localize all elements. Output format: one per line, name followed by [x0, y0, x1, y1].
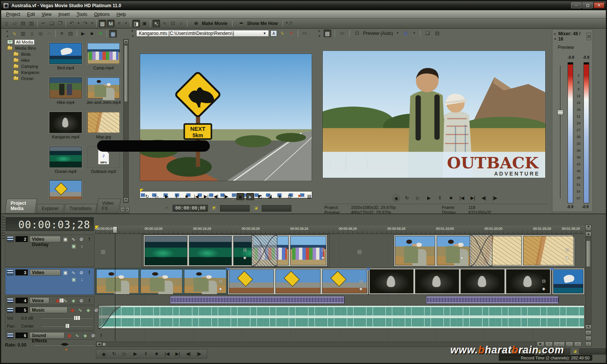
timeline-sel-end-field[interactable] [579, 348, 606, 355]
timeline-go-end-button[interactable]: ▶| [174, 350, 182, 358]
menu-tools[interactable]: Tools [73, 11, 91, 18]
trimmer-monitor-button[interactable]: ▭ [301, 30, 308, 37]
media-item-map[interactable]: Map.jpg [86, 112, 121, 139]
event-fx-button[interactable]: ◈ [321, 255, 324, 260]
media-item-bird[interactable]: Bird.mp4 [48, 43, 83, 70]
split-button[interactable]: ◨ [132, 20, 140, 27]
preview-loop-button[interactable]: ↻ [403, 195, 411, 202]
tab-transitions[interactable]: Transitions [64, 204, 97, 213]
event-pan-crop-button[interactable]: ⊡ [243, 248, 247, 253]
trimmer-pause-button[interactable]: ‖ [173, 193, 181, 200]
media-stop-button[interactable]: ■ [88, 30, 96, 38]
timeline-ruler[interactable]: 00:00:00;00 00:00:10;00 00:00:19;29 00:0… [95, 226, 585, 234]
media-item-jen-and-john[interactable]: Jen and John.mp4 [86, 77, 121, 105]
track-name-field[interactable]: Sound Effects [30, 332, 64, 339]
event-pan-crop-button[interactable]: ⊡ [219, 279, 222, 284]
track-fx-icon[interactable]: ◈ [82, 333, 88, 338]
hzoom-out-icon[interactable]: − [566, 342, 573, 347]
track-io-icon[interactable]: ∿ [77, 308, 83, 313]
trimmer-collapse-icon[interactable]: ◂ [132, 34, 134, 38]
mute-icon[interactable]: ⊘ [78, 270, 85, 275]
preview-next-frame-button[interactable]: |▶ [491, 195, 499, 202]
trimmer-go-start-button[interactable]: |◀ [192, 193, 200, 200]
media-item-kangaroo-sign[interactable] [48, 180, 83, 199]
menu-options[interactable]: Options [91, 11, 113, 18]
snapping-toggle[interactable]: ▨ [99, 20, 106, 27]
track-header-voice[interactable]: 4 Voice ◉ ∿ ◈ ⊘ ! [5, 296, 94, 305]
trimmer-loop-button[interactable]: ↻ [143, 193, 151, 200]
preview-mode-caret[interactable]: ▾ [395, 30, 400, 37]
clip-bird[interactable] [552, 268, 585, 295]
preview-go-end-button[interactable]: ▶| [469, 195, 477, 202]
trimmer-add-to-timeline-button[interactable]: ▣ [236, 193, 244, 200]
vzoom-out-icon[interactable]: − [585, 336, 591, 341]
trimmer-display-mode-button[interactable]: A [270, 30, 277, 36]
event-pan-crop-button[interactable]: ⊡ [542, 279, 546, 284]
clip-kangaroo-sign[interactable] [228, 268, 368, 295]
cut-button[interactable]: ✂ [39, 20, 47, 27]
tab-explorer[interactable]: Explorer [36, 204, 64, 213]
trimmer-auto-preview-button[interactable]: ϟ [278, 30, 286, 37]
clip-voice-2[interactable] [426, 296, 559, 304]
close-button[interactable]: ✕ [594, 2, 604, 8]
trimmer-file-dropdown[interactable]: Kangaroo.mts [C:\Users\mb\Desktop\Render… [136, 30, 269, 37]
preview-pause-button[interactable]: ‖ [436, 195, 444, 202]
insert-track-button[interactable]: ≡ [115, 20, 123, 27]
event-fx-button[interactable]: ◈ [542, 286, 545, 291]
pan-slider[interactable] [65, 323, 70, 328]
menu-insert[interactable]: Insert [55, 11, 73, 18]
preview-fader-handle[interactable] [557, 110, 563, 115]
track-fx-icon[interactable]: ◈ [70, 298, 77, 303]
track-header-video-overlay[interactable]: 2 Video Overlay ▣ ∿ ⊘ ! ▣ ↓ [5, 234, 94, 267]
preview-prev-frame-button[interactable]: ◀| [480, 195, 488, 202]
menu-edit[interactable]: Edit [24, 11, 38, 18]
redo-dropdown[interactable]: ▾ [90, 20, 94, 27]
preview-record-button[interactable]: ◉ [393, 195, 400, 202]
track-fx-icon[interactable]: ◈ [85, 308, 91, 313]
copy-button[interactable]: ❏ [48, 20, 55, 27]
normal-edit-tool[interactable]: ↖ [153, 20, 160, 27]
track-io-icon[interactable]: ∿ [74, 333, 80, 338]
get-media-web-button[interactable]: ◌ [46, 30, 53, 38]
track-grip-icon[interactable] [7, 270, 14, 276]
track-expand-icon[interactable]: ↓ [79, 243, 85, 249]
tree-item-birds[interactable]: Birds [4, 51, 47, 57]
timeline-grip[interactable] [2, 217, 5, 239]
clip-music[interactable] [98, 305, 585, 329]
timeline-next-frame-button[interactable]: |▶ [195, 350, 203, 358]
track-name-field[interactable]: Video Overlay [30, 236, 61, 242]
preview-overlays-caret[interactable]: ▾ [412, 30, 417, 37]
tab-project-media[interactable]: Project Media [5, 199, 37, 213]
auto-ripple-toggle[interactable]: M [107, 20, 115, 27]
project-properties-button[interactable]: ▥ [28, 20, 35, 27]
playhead-handle[interactable] [113, 226, 117, 233]
trimmer-stop-button[interactable]: ■ [182, 193, 190, 200]
tree-item-ocean[interactable]: Ocean [4, 75, 47, 81]
timeline-play-start-button[interactable]: ▷ [121, 350, 129, 358]
record-arm-icon[interactable]: ◉ [69, 308, 75, 313]
remove-media-button[interactable]: ✕ [58, 30, 66, 38]
media-item-kangaroo[interactable]: Kangaroo.mp4 [48, 112, 83, 139]
preview-project-properties-button[interactable]: ▤ [324, 30, 331, 37]
import-media-button[interactable]: ▥ [19, 30, 27, 38]
media-close-icon[interactable]: ✕ [6, 30, 9, 33]
media-item-hike[interactable]: Hike.mp4 [48, 77, 83, 105]
tree-item-hike[interactable]: Hike [4, 57, 47, 63]
trimmer-region-a-button[interactable]: ⊡ [286, 193, 294, 200]
timeline-prev-frame-button[interactable]: ◀| [184, 350, 192, 358]
lock-button[interactable]: ▣ [141, 20, 148, 27]
clip-voice-1[interactable] [170, 296, 344, 304]
new-project-button[interactable]: ▯ [3, 20, 10, 27]
tree-item-media-bins[interactable]: Media Bins [4, 45, 47, 51]
clip-hike[interactable] [394, 235, 478, 267]
selection-edit-tool[interactable]: ⊡ [169, 20, 177, 27]
undo-dropdown[interactable]: ▾ [76, 20, 81, 27]
minimize-button[interactable]: ─ [571, 2, 582, 8]
undo-button[interactable]: ↶ [68, 20, 75, 27]
track-header-sound-effects[interactable]: 6 Sound Effects ◉ ∿ ◈ ⊘ ! [5, 331, 94, 340]
track-grip-icon[interactable] [7, 308, 14, 313]
preview-stop-button[interactable]: ■ [447, 195, 455, 202]
paste-button[interactable]: ❐ [56, 20, 64, 27]
timeline-play-button[interactable]: ▶ [131, 350, 139, 358]
menu-project[interactable]: Project [3, 11, 24, 18]
